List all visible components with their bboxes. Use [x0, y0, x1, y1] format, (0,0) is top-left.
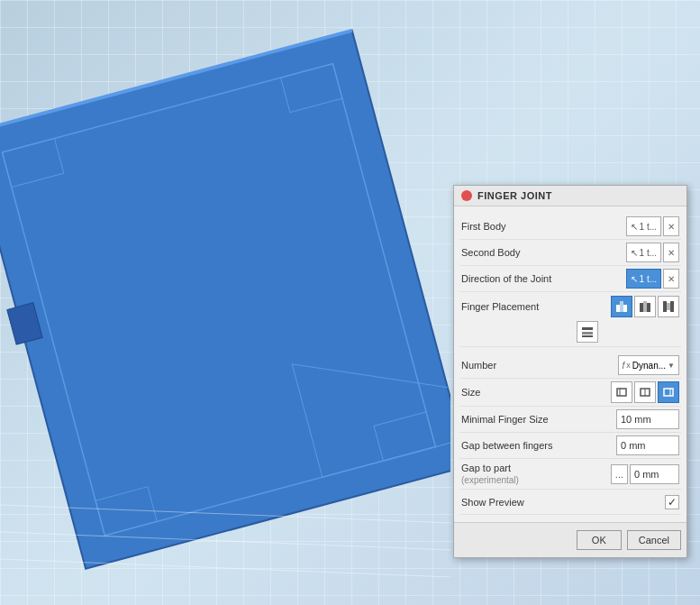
finger-placement-icons	[611, 296, 679, 317]
minimal-finger-size-input[interactable]	[616, 409, 679, 429]
direction-controls: ↖ 1 t... ✕	[626, 269, 679, 289]
finger-joint-dialog: FINGER JOINT First Body ↖ 1 t... ✕ Secon…	[453, 185, 687, 558]
first-body-value: 1 t...	[640, 222, 657, 232]
placement-svg-2	[639, 300, 651, 313]
first-body-controls: ↖ 1 t... ✕	[626, 216, 679, 236]
placement-icon-4[interactable]	[577, 321, 598, 343]
minimal-finger-size-controls	[616, 409, 679, 429]
second-body-row: Second Body ↖ 1 t... ✕	[459, 240, 681, 266]
direction-row: Direction of the Joint ↖ 1 t... ✕	[459, 266, 681, 292]
size-svg-1	[615, 386, 628, 399]
direction-label: Direction of the Joint	[461, 273, 626, 284]
fx-icon: f	[623, 361, 625, 371]
gap-fingers-input[interactable]	[616, 435, 679, 455]
chevron-down-icon: ▼	[668, 362, 675, 370]
dialog-header: FINGER JOINT	[454, 186, 686, 206]
number-row: Number fx Dynan... ▼	[459, 353, 681, 379]
svg-line-13	[0, 559, 450, 577]
cursor-icon: ↖	[631, 222, 638, 232]
finger-placement-label: Finger Placement	[461, 301, 611, 312]
placement-extra-row	[459, 319, 681, 347]
dialog-content: First Body ↖ 1 t... ✕ Second Body ↖ 1 t.…	[454, 206, 686, 522]
cad-3d-shape	[0, 0, 450, 577]
size-controls	[611, 381, 679, 403]
finger-placement-row: Finger Placement	[459, 292, 681, 319]
gap-fingers-label: Gap between fingers	[461, 440, 616, 451]
gap-part-row: Gap to part (experimental) ...	[459, 459, 681, 490]
dialog-footer: OK Cancel	[454, 522, 686, 557]
size-icon-1[interactable]	[611, 381, 632, 403]
dialog-icon	[461, 190, 472, 201]
placement-svg-3	[662, 300, 675, 313]
number-label: Number	[461, 360, 618, 371]
show-preview-controls: ✓	[665, 495, 679, 509]
minimal-finger-size-row: Minimal Finger Size	[459, 407, 681, 433]
gap-part-dots[interactable]: ...	[611, 464, 628, 484]
second-body-controls: ↖ 1 t... ✕	[626, 243, 679, 262]
cancel-button[interactable]: Cancel	[627, 530, 681, 550]
svg-rect-17	[640, 303, 643, 312]
placement-icon-1[interactable]	[611, 296, 632, 317]
svg-rect-20	[663, 301, 667, 312]
svg-rect-0	[0, 31, 450, 569]
placement-icon-2[interactable]	[634, 296, 656, 317]
number-dropdown[interactable]: fx Dynan... ▼	[618, 355, 679, 375]
direction-selector[interactable]: ↖ 1 t...	[626, 269, 661, 289]
dialog-title: FINGER JOINT	[477, 190, 552, 201]
show-preview-row: Show Preview ✓	[459, 490, 681, 515]
svg-rect-24	[582, 332, 593, 335]
first-body-label: First Body	[461, 221, 626, 232]
size-svg-2	[639, 386, 651, 399]
svg-rect-25	[582, 335, 593, 337]
size-svg-3	[662, 386, 675, 399]
gap-part-label: Gap to part (experimental)	[461, 462, 611, 486]
second-body-clear[interactable]: ✕	[663, 243, 679, 262]
placement-svg-1	[615, 300, 628, 313]
svg-rect-23	[582, 327, 593, 330]
gap-fingers-row: Gap between fingers	[459, 433, 681, 459]
svg-rect-18	[643, 301, 647, 312]
svg-rect-21	[667, 303, 670, 310]
svg-rect-26	[617, 389, 626, 396]
gap-fingers-controls	[616, 435, 679, 455]
size-label: Size	[461, 387, 611, 398]
first-body-row: First Body ↖ 1 t... ✕	[459, 214, 681, 240]
show-preview-checkbox[interactable]: ✓	[665, 495, 679, 509]
first-body-clear[interactable]: ✕	[663, 216, 679, 236]
svg-rect-19	[647, 303, 650, 312]
second-body-label: Second Body	[461, 247, 626, 258]
cursor-icon2: ↖	[631, 248, 638, 258]
size-icon-2[interactable]	[634, 381, 656, 403]
svg-rect-15	[620, 301, 623, 312]
placement-icon-3[interactable]	[658, 296, 679, 317]
second-body-selector[interactable]: ↖ 1 t...	[626, 243, 661, 262]
cursor-icon3: ↖	[631, 274, 638, 284]
first-body-selector[interactable]: ↖ 1 t...	[626, 216, 661, 236]
direction-clear[interactable]: ✕	[663, 269, 679, 289]
size-row: Size	[459, 379, 681, 407]
svg-rect-30	[664, 389, 673, 396]
svg-rect-16	[623, 305, 627, 312]
svg-rect-14	[616, 305, 620, 312]
svg-line-12	[0, 532, 450, 550]
gap-part-input[interactable]	[630, 464, 679, 484]
number-value: Dynan...	[632, 361, 666, 371]
gap-part-controls: ...	[611, 464, 679, 484]
direction-value: 1 t...	[640, 274, 657, 284]
minimal-finger-size-label: Minimal Finger Size	[461, 414, 616, 425]
show-preview-label: Show Preview	[461, 497, 665, 508]
placement-svg-4	[581, 325, 594, 338]
ok-button[interactable]: OK	[577, 530, 622, 550]
size-icon-3[interactable]	[658, 381, 679, 403]
number-controls: fx Dynan... ▼	[618, 355, 679, 375]
svg-rect-22	[670, 301, 674, 312]
second-body-value: 1 t...	[640, 248, 657, 258]
